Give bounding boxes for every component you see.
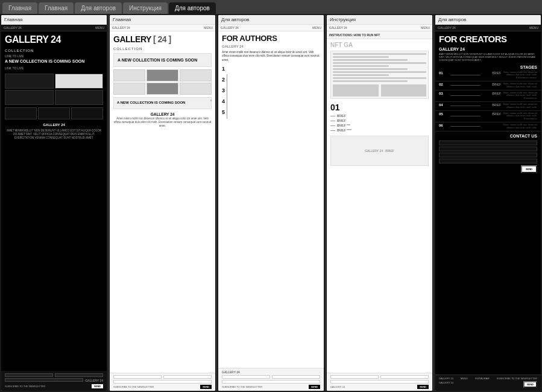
frame-1-input-2[interactable] [55, 373, 103, 377]
frame-2-nav-menu[interactable]: MENU [204, 26, 213, 30]
tab-2[interactable]: Главная [39, 2, 74, 14]
frame-4-doc-line-7 [333, 71, 426, 73]
frame-1-input-3[interactable] [5, 378, 83, 382]
frame-3-content: GALLERY 24 MENU FOR AUTHORS GALLERY 24 A… [218, 25, 324, 391]
frame-1-nav-logo: GALLERY 24 [4, 26, 22, 30]
frame-4-doc-img-1 [333, 84, 379, 96]
frame-5-bottom-row-1: GALLERY 24 MENU INSTAGRAM SUBSCRIBE TO T… [439, 377, 537, 380]
frame-5-send-button[interactable]: SEND [521, 165, 537, 173]
frame-2-content: GALLERY 24 MENU GALLERY [ 24 ] COLLECTIO… [110, 25, 215, 391]
frame-2-input-2[interactable] [163, 375, 212, 379]
frame-5-contact-input-2[interactable] [439, 147, 537, 151]
frame-4-dash-2 [330, 121, 335, 121]
frame-5-stage-num-6: 06 [439, 124, 448, 127]
frame-5-stage-line-5 [450, 116, 481, 116]
frame-2-input-1[interactable] [113, 375, 162, 379]
frame-3-nav-menu[interactable]: MENU [312, 26, 321, 30]
frame-2-box-4 [113, 83, 145, 95]
frame-4-footer-preview: GALLERY 24 · BRIEF [330, 136, 429, 166]
frame-1-collection-row: LINK TO LIVE A NEW COLLECTION IS COMING … [1, 53, 107, 72]
frame-5-stage-desc-2: Nunc minim mollit non deserunt ullamco d… [501, 83, 537, 89]
frame-1-link1[interactable]: LINK TO LIVE [5, 54, 103, 58]
frame-1-collection-label: COLLECTION [1, 47, 107, 53]
frame-2-form-row-1 [113, 375, 212, 379]
frame-2-small-boxes [113, 69, 212, 95]
frame-2-input-3[interactable] [113, 380, 212, 384]
frame-1-input-1[interactable] [5, 373, 53, 377]
frame-4-nav-menu[interactable]: MENU [421, 26, 430, 30]
frame-1-preview-2 [55, 74, 104, 89]
frame-5-contact-input-4[interactable] [439, 159, 537, 163]
frame-2-collection-label: COLLECTION [110, 46, 215, 52]
frame-5-contact-header: CONTACT US [435, 131, 541, 139]
frame-5-bottom-row-2: GALLERY 24 SEND [439, 381, 537, 388]
divider-2 [216, 15, 217, 391]
frame-5-bottom-nav: GALLERY 24 MENU INSTAGRAM SUBSCRIBE TO T… [435, 375, 541, 391]
frame-4-form: GALLERY 24 SEND [327, 373, 432, 391]
frame-4-input-2[interactable] [380, 375, 429, 379]
frame-1: Главная GALLERY 24 MENU GALLERY 24 COLLE… [1, 15, 107, 391]
frame-4-doc-line-9 [333, 77, 426, 79]
frame-4-input-3[interactable] [330, 380, 429, 384]
frame-3-body: Amet minim mollit non deserunt ullamco s… [218, 49, 324, 63]
frame-4-header: Инструкция [327, 15, 432, 25]
frame-5-stage-line-6 [450, 126, 481, 127]
frame-4-doc-line-4 [333, 62, 426, 64]
frame-4-input-1[interactable] [330, 375, 379, 379]
frame-4-send-button[interactable]: SEND [417, 385, 429, 389]
frame-5-stage-desc-3: Nunc minim mollit non deserunt ullamco d… [501, 92, 537, 100]
frame-3-send-button[interactable]: SEND [309, 385, 320, 389]
frame-2-send-button[interactable]: SEND [200, 385, 212, 389]
frame-4-doc-line-10 [333, 80, 408, 82]
frame-5-stage-desc-1: Nunc minim mollit non deserunt ullamco d… [501, 71, 537, 80]
frame-5-stage-desc-4: Nunc minim mollit non deserunt ullamco d… [501, 103, 537, 109]
tab-3[interactable]: Для авторов [75, 2, 122, 14]
frame-5-stage-line-4 [450, 106, 481, 106]
frame-5-contact-input-1[interactable] [439, 141, 537, 145]
frame-4-doc-preview [330, 51, 429, 99]
frame-1-footer-text: AMET MINIM MOLLIT NON DESERUNT ULLAMCO E… [1, 129, 107, 142]
frame-1-send-button[interactable]: SEND [92, 384, 103, 388]
frame-5-contact-input-3[interactable] [439, 153, 537, 157]
frame-5-footer-sub: INSTAGRAM [475, 377, 489, 380]
frame-4-sub-label: GALLERY 24 [330, 385, 345, 388]
frame-4-doc-line-2 [333, 56, 389, 58]
frame-4-dash-3 [330, 125, 335, 126]
frame-1-sub-label: SUBSCRIBE TO THE NEWSLETTER [5, 385, 45, 388]
frame-5-nav-menu[interactable]: MENU [529, 26, 538, 30]
frame-2-title: GALLERY [ 24 ] [113, 34, 212, 44]
frame-4-hero-title: NFT GA [327, 39, 432, 49]
frame-2-nav: GALLERY 24 MENU [110, 25, 215, 31]
frame-3-input-1[interactable] [222, 375, 270, 379]
frame-3-form: GALLERY 24 SUBSCRIBE TO THE NEWSLETTER S… [218, 368, 324, 391]
frame-5-stage-num-3: 03 [439, 92, 448, 95]
frame-4-doc-line-1 [333, 53, 426, 55]
frame-5-stage-desc-6: Nunc minim mollit non deserunt ullamco d… [501, 124, 537, 130]
frame-5-nav: GALLERY 24 MENU [435, 25, 541, 31]
frame-1-col-2 [38, 107, 70, 119]
frame-1-link2[interactable]: LINK TO LIVE [5, 66, 103, 70]
frame-5-header: Для авторов [435, 15, 541, 25]
frame-3-input-3[interactable] [222, 380, 320, 384]
frame-3-sub-label: SUBSCRIBE TO THE NEWSLETTER [222, 385, 262, 388]
frame-5-url: Для авторов [438, 17, 466, 22]
frame-1-form-row-2: GALLERY 24 [5, 378, 103, 383]
tab-4[interactable]: Инструкция [123, 2, 168, 14]
frame-4-step-num: 01 [327, 100, 432, 113]
frame-5-stage-1: 01 BRIEF Nunc minim mollit non deserunt … [435, 70, 541, 81]
frame-2-close-icon[interactable]: × [209, 98, 213, 103]
tab-1[interactable]: Главная [2, 2, 37, 14]
frame-1-col-1 [5, 107, 37, 119]
frame-2-box-6 [180, 83, 212, 95]
frame-3-step-2: 2 [222, 77, 320, 83]
frame-5-brief-button[interactable]: SEND [523, 381, 537, 388]
frame-3-input-2[interactable] [272, 375, 320, 379]
frame-3-step-3: 3 [222, 87, 320, 93]
frame-4-brief-2: BRIEF [330, 119, 429, 122]
tab-5[interactable]: Для авторов [169, 2, 216, 14]
frame-4-dash-4 [330, 130, 335, 131]
frame-1-nav-menu[interactable]: MENU [95, 26, 104, 30]
frame-5-stage-4: 04 BRIEF Nunc minim mollit non deserunt … [435, 102, 541, 111]
frame-3-step-4: 4 [222, 98, 320, 104]
divider-1 [108, 15, 109, 391]
